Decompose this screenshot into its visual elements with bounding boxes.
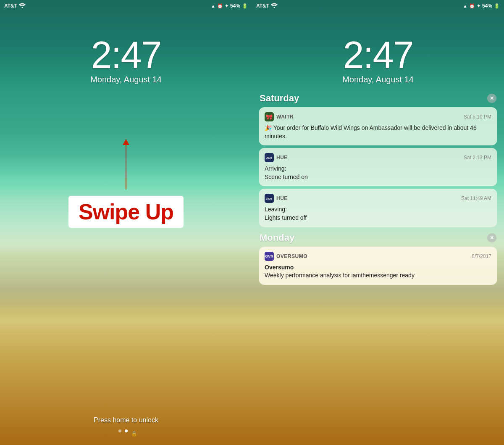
waitr-app-name: WAITR <box>276 114 294 120</box>
hue2-app-name: HUE <box>276 195 288 201</box>
oversumo-card-header: OVR OVERSUMO 8/7/2017 <box>265 252 491 261</box>
hue1-message: Arriving:Scene turned on <box>265 165 491 181</box>
hue2-message: Leaving:Lights turned off <box>265 205 491 222</box>
svg-point-0 <box>22 7 23 8</box>
lock-time: 2:47 <box>91 34 161 77</box>
monday-close-icon: ✕ <box>490 235 494 241</box>
wifi-icon <box>19 3 26 9</box>
saturday-close-button[interactable]: ✕ <box>487 94 496 103</box>
right-status-left: AT&T <box>256 3 278 9</box>
battery-icon: 🔋 <box>242 3 248 9</box>
hue1-app-icon: hue <box>265 153 274 162</box>
swipe-up-label[interactable]: Swipe Up <box>68 196 184 228</box>
waitr-message: 🎉 Your order for Buffalo Wild Wings on A… <box>265 124 491 140</box>
left-status-left: AT&T <box>4 3 26 9</box>
right-phone-panel: AT&T ▲ ⏰ ✦ 54% 🔋 2:47 Monday, August 14 <box>252 0 504 445</box>
monday-section-header: Monday ✕ <box>259 232 497 243</box>
oversumo-timestamp: 8/7/2017 <box>472 253 491 259</box>
battery-text: 54% <box>230 3 240 9</box>
hue1-timestamp: Sat 2:13 PM <box>464 155 491 161</box>
notif-date: Monday, August 14 <box>259 75 497 84</box>
hue2-logo: hue <box>266 197 272 200</box>
oversumo-app-icon: OVR <box>265 252 274 261</box>
arrow-line <box>126 139 126 190</box>
waitr-timestamp: Sat 5:10 PM <box>464 114 491 120</box>
oversumo-bold-title: Oversumo <box>265 263 491 272</box>
arrow-head-icon <box>123 139 129 145</box>
right-bluetooth-icon: ✦ <box>477 3 480 9</box>
notification-content[interactable]: AT&T ▲ ⏰ ✦ 54% 🔋 2:47 Monday, August 14 <box>252 0 504 445</box>
hue1-app-name: HUE <box>276 155 288 161</box>
hue2-timestamp: Sat 11:49 AM <box>461 195 491 201</box>
waitr-notification-card[interactable]: 🎀 WAITR Sat 5:10 PM 🎉 Your order for Buf… <box>259 107 497 145</box>
waitr-app-icon: 🎀 <box>265 112 274 121</box>
hue2-app-info: hue HUE <box>265 194 288 203</box>
left-status-bar: AT&T ▲ ⏰ ✦ 54% 🔋 <box>0 0 252 12</box>
right-status-bar: AT&T ▲ ⏰ ✦ 54% 🔋 <box>252 0 504 12</box>
right-alarm-icon: ⏰ <box>469 3 475 9</box>
oversumo-app-name: OVERSUMO <box>276 253 307 259</box>
hue2-app-icon: hue <box>265 194 274 203</box>
hue2-card-header: hue HUE Sat 11:49 AM <box>265 194 491 203</box>
monday-section-title: Monday <box>260 232 294 243</box>
left-phone-panel: AT&T ▲ ⏰ ✦ 54% 🔋 2:47 Monday, August 14 <box>0 0 252 445</box>
press-home-label: Press home to unlock <box>94 416 158 424</box>
oversumo-app-info: OVR OVERSUMO <box>265 252 307 261</box>
saturday-close-icon: ✕ <box>490 95 494 101</box>
svg-point-1 <box>274 7 275 8</box>
hue2-notification-card[interactable]: hue HUE Sat 11:49 AM Leaving:Lights turn… <box>259 189 497 227</box>
saturday-section: Saturday ✕ 🎀 WAITR Sat 5:10 PM 🎉 Your <box>259 93 497 227</box>
oversumo-notification-card[interactable]: OVR OVERSUMO 8/7/2017 Oversumo Weekly pe… <box>259 247 497 285</box>
lockscreen-content: 2:47 Monday, August 14 Swipe Up Press ho… <box>0 0 252 445</box>
dot-1 <box>118 429 121 432</box>
carrier-text: AT&T <box>4 3 17 9</box>
right-status-right: ▲ ⏰ ✦ 54% 🔋 <box>463 3 500 9</box>
oversumo-logo: OVR <box>265 254 273 258</box>
lock-date: Monday, August 14 <box>90 75 162 84</box>
right-carrier-text: AT&T <box>256 3 269 9</box>
swipe-up-arrow-container: Swipe Up <box>68 139 184 228</box>
dot-2-active <box>125 429 128 432</box>
saturday-section-title: Saturday <box>260 93 299 104</box>
alarm-icon: ⏰ <box>217 3 223 9</box>
lock-symbol-icon: 🔒 <box>131 431 137 437</box>
hue1-notification-card[interactable]: hue HUE Sat 2:13 PM Arriving:Scene turne… <box>259 148 497 186</box>
hue1-app-info: hue HUE <box>265 153 288 162</box>
waitr-app-info: 🎀 WAITR <box>265 112 294 121</box>
right-location-icon: ▲ <box>463 3 467 8</box>
saturday-section-header: Saturday ✕ <box>259 93 497 104</box>
monday-close-button[interactable]: ✕ <box>487 233 496 242</box>
dots-row: 🔒 <box>118 429 134 432</box>
oversumo-message: Weekly performance analysis for iamtheme… <box>265 271 491 280</box>
waitr-icon: 🎀 <box>266 114 273 120</box>
bluetooth-icon: ✦ <box>225 3 228 9</box>
right-battery-icon: 🔋 <box>494 3 500 9</box>
right-battery-text: 54% <box>482 3 492 9</box>
hue1-card-header: hue HUE Sat 2:13 PM <box>265 153 491 162</box>
location-icon: ▲ <box>211 3 215 8</box>
hue1-logo: hue <box>266 156 272 160</box>
waitr-card-header: 🎀 WAITR Sat 5:10 PM <box>265 112 491 121</box>
monday-section: Monday ✕ OVR OVERSUMO 8/7/2017 Oversumo <box>259 232 497 285</box>
right-wifi-icon <box>271 3 278 9</box>
dot-3-lock: 🔒 <box>131 429 134 432</box>
notif-time: 2:47 <box>259 34 497 77</box>
left-status-right: ▲ ⏰ ✦ 54% 🔋 <box>211 3 248 9</box>
